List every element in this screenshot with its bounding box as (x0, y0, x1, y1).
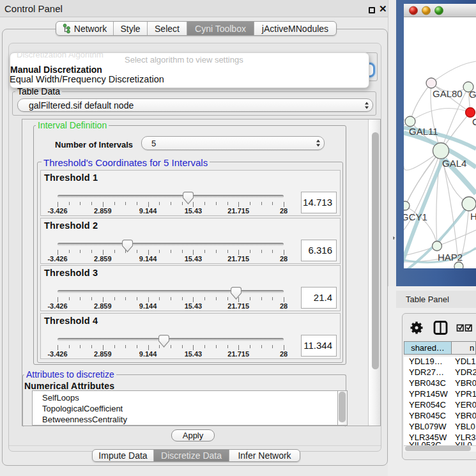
svg-text:C: C (472, 116, 476, 127)
svg-text:GCY1: GCY1 (404, 211, 427, 222)
svg-text:GAL4: GAL4 (442, 158, 466, 169)
svg-text:GAL80: GAL80 (433, 88, 463, 99)
svg-text:H: H (470, 211, 476, 222)
svg-text:HAP2: HAP2 (438, 252, 463, 263)
svg-text:G.: G. (469, 89, 476, 100)
svg-text:GAL11: GAL11 (409, 126, 438, 137)
